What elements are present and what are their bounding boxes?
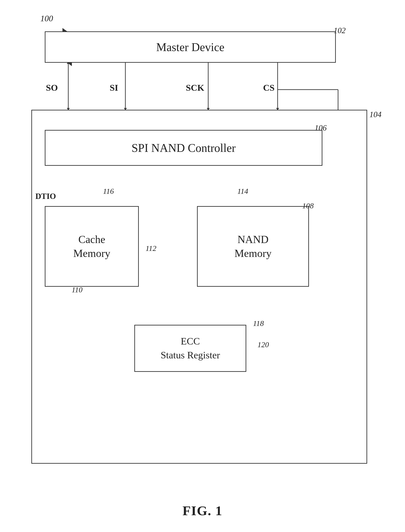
ref-110-label: 110 — [72, 286, 82, 294]
ref-108-label: 108 — [302, 202, 314, 210]
nand-memory-label: NAND Memory — [234, 232, 271, 260]
ref-106-label: 106 — [315, 123, 327, 133]
ref-118-label: 118 — [253, 319, 264, 328]
ref-100-label: 100 — [40, 14, 53, 23]
master-device-label: Master Device — [156, 41, 224, 54]
signal-si-label: SI — [110, 82, 118, 93]
ref-112-label: 112 — [146, 244, 156, 253]
ecc-status-register-box: ECC Status Register — [134, 325, 246, 372]
signal-cs-label: CS — [263, 82, 275, 93]
ref-104-label: 104 — [369, 110, 381, 119]
signal-sck-label: SCK — [186, 82, 204, 93]
cache-memory-label: Cache Memory — [73, 232, 110, 260]
ref-116-label: 116 — [103, 187, 114, 196]
master-device-box: Master Device — [45, 31, 336, 63]
signal-so-label: SO — [46, 82, 58, 93]
ref-120-label: 120 — [257, 341, 269, 349]
cache-memory-box: Cache Memory — [45, 206, 139, 287]
spi-controller-box: SPI NAND Controller — [45, 130, 322, 166]
ref-114-label: 114 — [237, 187, 248, 196]
nand-memory-box: NAND Memory — [197, 206, 309, 287]
figure-caption: FIG. 1 — [182, 503, 223, 518]
signal-dtio-label: DTIO — [35, 191, 56, 201]
spi-controller-label: SPI NAND Controller — [131, 141, 236, 155]
ecc-label: ECC Status Register — [161, 334, 220, 362]
ref-102-label: 102 — [334, 26, 346, 35]
